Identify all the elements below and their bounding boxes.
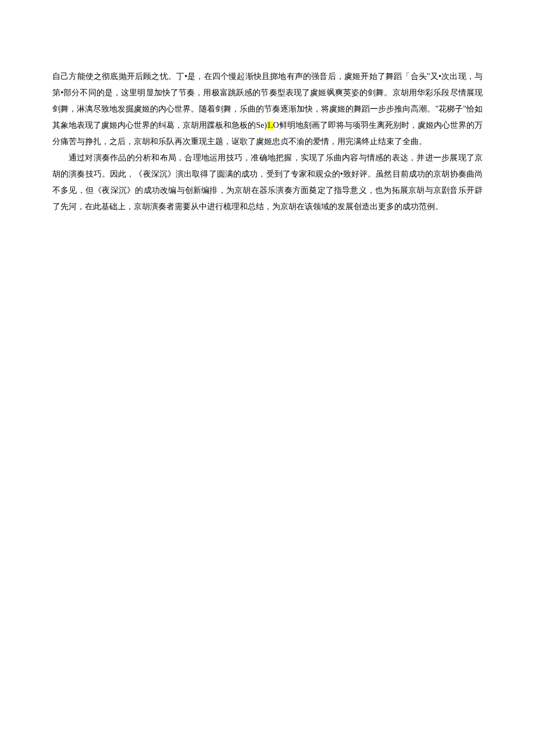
paragraph-1-highlight: 1. bbox=[267, 121, 273, 130]
paragraph-2-text: 通过对演奏作品的分析和布局，合理地运用技巧，准确地把握，实现了乐曲内容与情感的表… bbox=[52, 153, 483, 211]
paragraph-2: 通过对演奏作品的分析和布局，合理地运用技巧，准确地把握，实现了乐曲内容与情感的表… bbox=[52, 150, 483, 215]
paragraph-1: 自己方能使之彻底抛开后顾之忧。丁•是，在四个慢起渐快且掷地有声的强音后，虞姬开始… bbox=[52, 69, 483, 150]
